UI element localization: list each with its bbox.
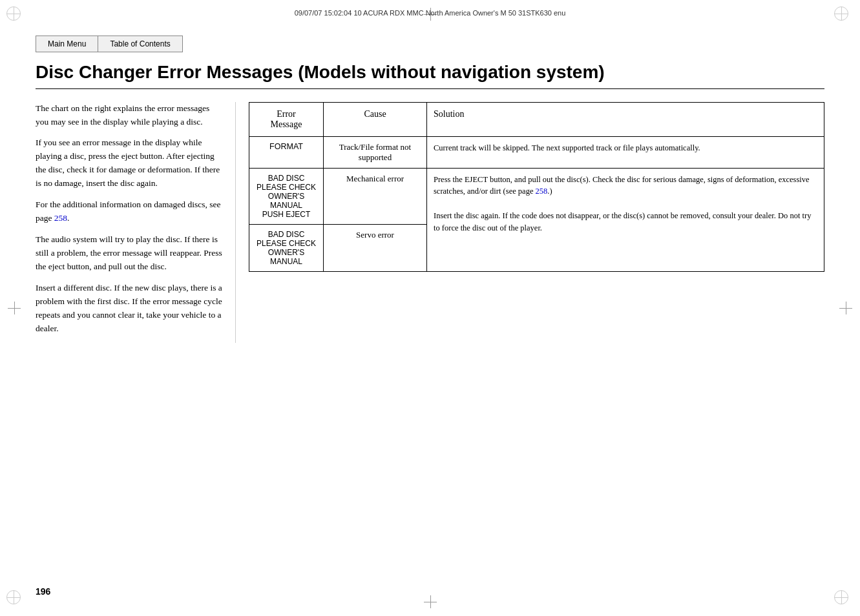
right-column: ErrorMessage Cause Solution FORMAT Track… bbox=[236, 102, 824, 272]
cause-servo: Servo error bbox=[324, 224, 427, 271]
main-menu-button[interactable]: Main Menu bbox=[36, 36, 98, 52]
error-bad-disc-push-eject: BAD DISCPLEASE CHECKOWNER'SMANUALPUSH EJ… bbox=[249, 168, 324, 224]
header-cause: Cause bbox=[324, 102, 427, 136]
solution-format: Current track will be skipped. The next … bbox=[427, 136, 824, 168]
table-row-format: FORMAT Track/File format not supported C… bbox=[249, 136, 824, 168]
header-solution: Solution bbox=[427, 102, 824, 136]
corner-mark-bottom-left bbox=[6, 590, 26, 610]
error-format: FORMAT bbox=[249, 136, 324, 168]
paragraph-5: Insert a different disc. If the new disc… bbox=[36, 282, 222, 336]
paragraph-2: If you see an error message in the displ… bbox=[36, 136, 222, 190]
left-column: The chart on the right explains the erro… bbox=[36, 102, 236, 344]
table-row-bad-disc-mechanical: BAD DISCPLEASE CHECKOWNER'SMANUALPUSH EJ… bbox=[249, 168, 824, 224]
corner-mark-top-left bbox=[6, 6, 26, 26]
paragraph-4: The audio system will try to play the di… bbox=[36, 233, 222, 274]
page-258-link-1[interactable]: 258 bbox=[54, 213, 67, 223]
content-area: Main Menu Table of Contents Disc Changer… bbox=[36, 36, 824, 580]
paragraph-1: The chart on the right explains the erro… bbox=[36, 102, 222, 129]
print-meta: 09/07/07 15:02:04 10 ACURA RDX MMC North… bbox=[52, 9, 808, 17]
page-number: 196 bbox=[36, 586, 50, 597]
table-of-contents-button[interactable]: Table of Contents bbox=[98, 36, 182, 52]
page-title: Disc Changer Error Messages (Models with… bbox=[36, 61, 824, 89]
two-column-layout: The chart on the right explains the erro… bbox=[36, 102, 824, 344]
corner-mark-bottom-right bbox=[834, 590, 854, 610]
cause-format: Track/File format not supported bbox=[324, 136, 427, 168]
crosshair-right bbox=[839, 302, 852, 314]
nav-buttons: Main Menu Table of Contents bbox=[36, 36, 824, 52]
page-wrapper: 09/07/07 15:02:04 10 ACURA RDX MMC North… bbox=[0, 0, 860, 616]
corner-mark-top-right bbox=[834, 6, 854, 26]
table-header-row: ErrorMessage Cause Solution bbox=[249, 102, 824, 136]
header-error-message: ErrorMessage bbox=[249, 102, 324, 136]
paragraph-3: For the additional information on damage… bbox=[36, 198, 222, 225]
page-258-link-2[interactable]: 258 bbox=[536, 187, 548, 196]
error-bad-disc-manual: BAD DISCPLEASE CHECKOWNER'SMANUAL bbox=[249, 224, 324, 271]
solution-merged: Press the EJECT button, and pull out the… bbox=[427, 168, 824, 271]
crosshair-bottom bbox=[424, 595, 437, 608]
cause-mechanical: Mechanical error bbox=[324, 168, 427, 224]
error-table: ErrorMessage Cause Solution FORMAT Track… bbox=[249, 102, 824, 272]
crosshair-left bbox=[8, 302, 21, 314]
